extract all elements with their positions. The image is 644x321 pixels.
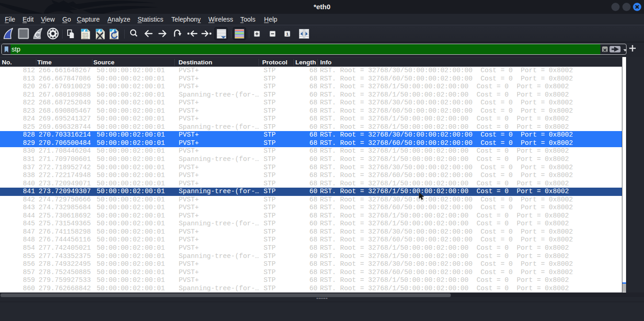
svg-text:0011: 0011	[82, 37, 88, 40]
svg-text:1: 1	[286, 31, 289, 36]
